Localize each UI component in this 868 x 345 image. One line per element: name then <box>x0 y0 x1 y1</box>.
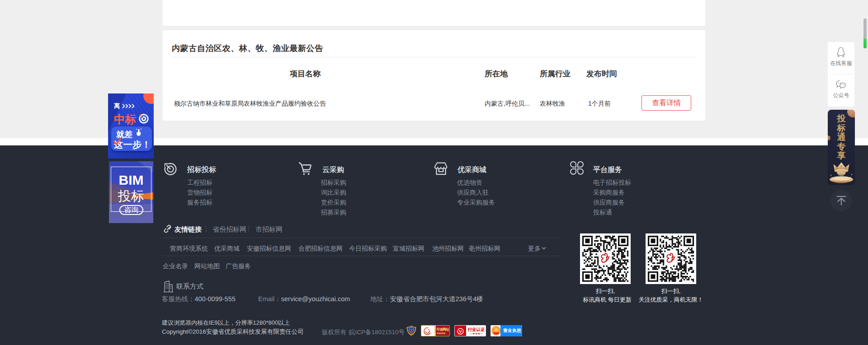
svg-text:V: V <box>459 329 462 334</box>
